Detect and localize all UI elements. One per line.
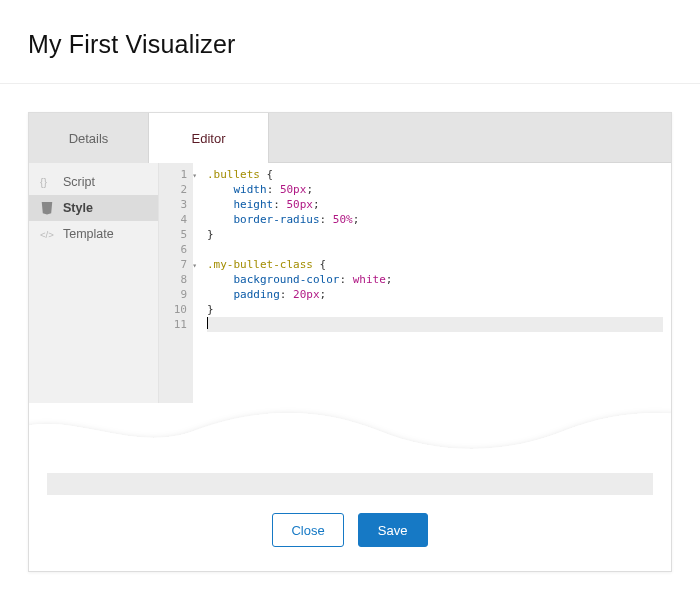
code-line[interactable]	[207, 317, 663, 332]
css-icon	[39, 201, 55, 215]
sidenav-label: Style	[63, 201, 93, 215]
code-line[interactable]: background-color: white;	[207, 272, 663, 287]
button-label: Close	[291, 523, 324, 538]
line-number: 1	[159, 167, 187, 182]
button-label: Save	[378, 523, 408, 538]
sidenav-label: Script	[63, 175, 95, 189]
code-line[interactable]	[207, 242, 663, 257]
footer: Close Save	[29, 505, 671, 571]
line-number: 11	[159, 317, 187, 332]
close-button[interactable]: Close	[272, 513, 343, 547]
code-line[interactable]: width: 50px;	[207, 182, 663, 197]
code-line[interactable]: .bullets {	[207, 167, 663, 182]
editor-panel: Details Editor {} Script Style </>	[28, 112, 672, 572]
line-number: 2	[159, 182, 187, 197]
sidenav-item-script[interactable]: {} Script	[29, 169, 158, 195]
code-line[interactable]: }	[207, 227, 663, 242]
page-title: My First Visualizer	[28, 30, 672, 59]
line-number: 3	[159, 197, 187, 212]
sidenav-item-template[interactable]: </> Template	[29, 221, 158, 247]
code-line[interactable]: }	[207, 302, 663, 317]
line-number: 6	[159, 242, 187, 257]
line-number: 10	[159, 302, 187, 317]
angle-brackets-icon: </>	[39, 227, 55, 241]
tab-details[interactable]: Details	[29, 113, 149, 163]
code-line[interactable]: height: 50px;	[207, 197, 663, 212]
editor-sidenav: {} Script Style </> Template	[29, 163, 159, 403]
line-number: 7	[159, 257, 187, 272]
tab-label: Editor	[192, 131, 226, 146]
tabbar: Details Editor	[29, 113, 671, 163]
svg-text:</>: </>	[40, 229, 54, 240]
sidenav-label: Template	[63, 227, 114, 241]
svg-text:{}: {}	[40, 176, 48, 188]
line-number: 9	[159, 287, 187, 302]
toolbar-strip	[47, 473, 653, 495]
tab-editor[interactable]: Editor	[149, 113, 269, 163]
code-line[interactable]: padding: 20px;	[207, 287, 663, 302]
tab-label: Details	[69, 131, 109, 146]
code-line[interactable]: .my-bullet-class {	[207, 257, 663, 272]
sidenav-item-style[interactable]: Style	[29, 195, 158, 221]
code-lines[interactable]: .bullets { width: 50px; height: 50px; bo…	[193, 163, 671, 403]
text-caret	[207, 317, 208, 329]
save-button[interactable]: Save	[358, 513, 428, 547]
braces-icon: {}	[39, 175, 55, 189]
line-number: 4	[159, 212, 187, 227]
header: My First Visualizer	[0, 0, 700, 84]
code-line[interactable]: border-radius: 50%;	[207, 212, 663, 227]
line-number: 8	[159, 272, 187, 287]
editor-body: {} Script Style </> Template 12345678910…	[29, 163, 671, 403]
line-number: 5	[159, 227, 187, 242]
code-editor[interactable]: 1234567891011 .bullets { width: 50px; he…	[159, 163, 671, 403]
tabbar-spacer	[269, 113, 671, 163]
truncation-wave	[29, 403, 671, 473]
line-gutter: 1234567891011	[159, 163, 193, 403]
